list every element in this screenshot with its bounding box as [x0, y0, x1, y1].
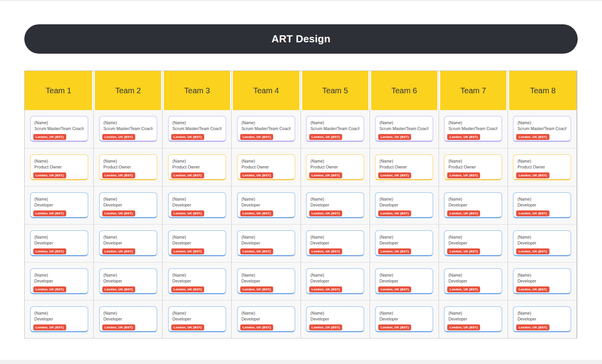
developer-card[interactable]: (Name)DeveloperLondon, UK (BST) — [444, 268, 502, 294]
member-name: (Name) — [517, 120, 567, 126]
member-role: Developer — [172, 202, 222, 208]
location-badge: London, UK (BST) — [33, 286, 66, 292]
member-role: Developer — [103, 240, 153, 246]
location-badge: London, UK (BST) — [240, 286, 273, 292]
team-label: Team 7 — [461, 86, 486, 95]
developer-card[interactable]: (Name)DeveloperLondon, UK (BST) — [30, 268, 88, 294]
member-role: Product Owner — [448, 164, 498, 170]
developer-card[interactable]: (Name)DeveloperLondon, UK (BST) — [168, 230, 226, 256]
developer-card[interactable]: (Name)DeveloperLondon, UK (BST) — [306, 306, 364, 332]
developer-card[interactable]: (Name)DeveloperLondon, UK (BST) — [237, 192, 295, 218]
developer-card[interactable]: (Name)DeveloperLondon, UK (BST) — [375, 268, 433, 294]
developer-card[interactable]: (Name)DeveloperLondon, UK (BST) — [375, 192, 433, 218]
product-owner-card[interactable]: (Name)Product OwnerLondon, UK (BST) — [444, 154, 502, 180]
member-name: (Name) — [172, 158, 222, 164]
member-role: Product Owner — [379, 164, 429, 170]
developer-card[interactable]: (Name)DeveloperLondon, UK (BST) — [99, 268, 157, 294]
team-cell: (Name)Scrum Master/Team CoachLondon, UK … — [370, 110, 439, 148]
team-label: Team 8 — [530, 86, 556, 95]
developer-card[interactable]: (Name)DeveloperLondon, UK (BST) — [306, 192, 364, 218]
location-badge: London, UK (BST) — [102, 134, 135, 140]
developer-card[interactable]: (Name)DeveloperLondon, UK (BST) — [237, 306, 295, 332]
member-role: Developer — [310, 240, 360, 246]
member-name: (Name) — [517, 272, 567, 278]
developer-card[interactable]: (Name)DeveloperLondon, UK (BST) — [513, 306, 571, 332]
team-cell: (Name)Product OwnerLondon, UK (BST) — [439, 148, 508, 186]
member-role: Product Owner — [310, 164, 360, 170]
product-owner-card[interactable]: (Name)Product OwnerLondon, UK (BST) — [237, 154, 295, 180]
product-owner-card[interactable]: (Name)Product OwnerLondon, UK (BST) — [168, 154, 226, 180]
team-header-cell-1: Team 1 — [25, 71, 93, 110]
developer-card[interactable]: (Name)DeveloperLondon, UK (BST) — [168, 192, 226, 218]
member-role: Developer — [241, 202, 291, 208]
location-badge: London, UK (BST) — [33, 248, 66, 254]
product-owner-card[interactable]: (Name)Product OwnerLondon, UK (BST) — [99, 154, 157, 180]
member-role: Product Owner — [34, 164, 84, 170]
scrum-master-card[interactable]: (Name)Scrum Master/Team CoachLondon, UK … — [237, 116, 295, 142]
member-name: (Name) — [379, 158, 429, 164]
location-badge: London, UK (BST) — [171, 324, 204, 330]
team-header-cell-8: Team 8 — [508, 71, 577, 110]
developer-card[interactable]: (Name)DeveloperLondon, UK (BST) — [375, 230, 433, 256]
member-role: Developer — [379, 240, 429, 246]
team-cell: (Name)DeveloperLondon, UK (BST) — [508, 301, 577, 338]
developer-card[interactable]: (Name)DeveloperLondon, UK (BST) — [30, 230, 88, 256]
team-cell: (Name)DeveloperLondon, UK (BST) — [163, 263, 231, 300]
scrum-master-card[interactable]: (Name)Scrum Master/Team CoachLondon, UK … — [444, 116, 502, 142]
developer-card[interactable]: (Name)DeveloperLondon, UK (BST) — [30, 306, 88, 332]
team-header-cell-5: Team 5 — [301, 71, 370, 110]
team-header-row: Team 1Team 2Team 3Team 4Team 5Team 6Team… — [25, 71, 577, 110]
location-badge: London, UK (BST) — [309, 286, 342, 292]
product-owner-card[interactable]: (Name)Product OwnerLondon, UK (BST) — [30, 154, 88, 180]
developer-card[interactable]: (Name)DeveloperLondon, UK (BST) — [306, 268, 364, 294]
member-name: (Name) — [448, 310, 498, 316]
location-badge: London, UK (BST) — [309, 172, 342, 178]
team-cell: (Name)DeveloperLondon, UK (BST) — [163, 301, 231, 338]
team-label: Team 6 — [391, 86, 417, 95]
developer-card[interactable]: (Name)DeveloperLondon, UK (BST) — [99, 230, 157, 256]
scrum-master-card[interactable]: (Name)Scrum Master/Team CoachLondon, UK … — [306, 116, 364, 142]
member-role: Scrum Master/Team Coach — [34, 126, 84, 132]
member-role: Developer — [241, 278, 291, 284]
developer-card[interactable]: (Name)DeveloperLondon, UK (BST) — [513, 268, 571, 294]
member-name: (Name) — [34, 310, 84, 316]
developer-card[interactable]: (Name)DeveloperLondon, UK (BST) — [444, 192, 502, 218]
developer-card[interactable]: (Name)DeveloperLondon, UK (BST) — [513, 192, 571, 218]
scrum-master-card[interactable]: (Name)Scrum Master/Team CoachLondon, UK … — [99, 116, 157, 142]
location-badge: London, UK (BST) — [33, 134, 66, 140]
member-name: (Name) — [517, 196, 567, 202]
developer-card[interactable]: (Name)DeveloperLondon, UK (BST) — [306, 230, 364, 256]
developer-card[interactable]: (Name)DeveloperLondon, UK (BST) — [168, 268, 226, 294]
member-role: Developer — [103, 202, 153, 208]
developer-card[interactable]: (Name)DeveloperLondon, UK (BST) — [99, 306, 157, 332]
developer-card[interactable]: (Name)DeveloperLondon, UK (BST) — [30, 192, 88, 218]
team-cell: (Name)DeveloperLondon, UK (BST) — [163, 225, 231, 262]
scrum-master-card[interactable]: (Name)Scrum Master/Team CoachLondon, UK … — [30, 116, 88, 142]
developer-card[interactable]: (Name)DeveloperLondon, UK (BST) — [99, 192, 157, 218]
developer-card[interactable]: (Name)DeveloperLondon, UK (BST) — [444, 230, 502, 256]
member-role: Product Owner — [103, 164, 153, 170]
member-name: (Name) — [379, 310, 429, 316]
member-role: Developer — [310, 202, 360, 208]
member-name: (Name) — [310, 310, 360, 316]
developer-card[interactable]: (Name)DeveloperLondon, UK (BST) — [237, 268, 295, 294]
developer-card[interactable]: (Name)DeveloperLondon, UK (BST) — [444, 306, 502, 332]
developer-card[interactable]: (Name)DeveloperLondon, UK (BST) — [375, 306, 433, 332]
role-row-product-owner: (Name)Product OwnerLondon, UK (BST)(Name… — [25, 148, 577, 186]
member-name: (Name) — [379, 120, 429, 126]
location-badge: London, UK (BST) — [102, 248, 135, 254]
team-cell: (Name)DeveloperLondon, UK (BST) — [25, 263, 93, 300]
member-name: (Name) — [448, 234, 498, 240]
product-owner-card[interactable]: (Name)Product OwnerLondon, UK (BST) — [306, 154, 364, 180]
developer-card[interactable]: (Name)DeveloperLondon, UK (BST) — [513, 230, 571, 256]
scrum-master-card[interactable]: (Name)Scrum Master/Team CoachLondon, UK … — [168, 116, 226, 142]
product-owner-card[interactable]: (Name)Product OwnerLondon, UK (BST) — [375, 154, 433, 180]
product-owner-card[interactable]: (Name)Product OwnerLondon, UK (BST) — [513, 154, 571, 180]
member-name: (Name) — [310, 196, 360, 202]
developer-card[interactable]: (Name)DeveloperLondon, UK (BST) — [237, 230, 295, 256]
developer-card[interactable]: (Name)DeveloperLondon, UK (BST) — [168, 306, 226, 332]
scrum-master-card[interactable]: (Name)Scrum Master/Team CoachLondon, UK … — [513, 116, 571, 142]
team-cell: (Name)DeveloperLondon, UK (BST) — [25, 225, 93, 262]
team-cell: (Name)Scrum Master/Team CoachLondon, UK … — [163, 110, 231, 148]
scrum-master-card[interactable]: (Name)Scrum Master/Team CoachLondon, UK … — [375, 116, 433, 142]
